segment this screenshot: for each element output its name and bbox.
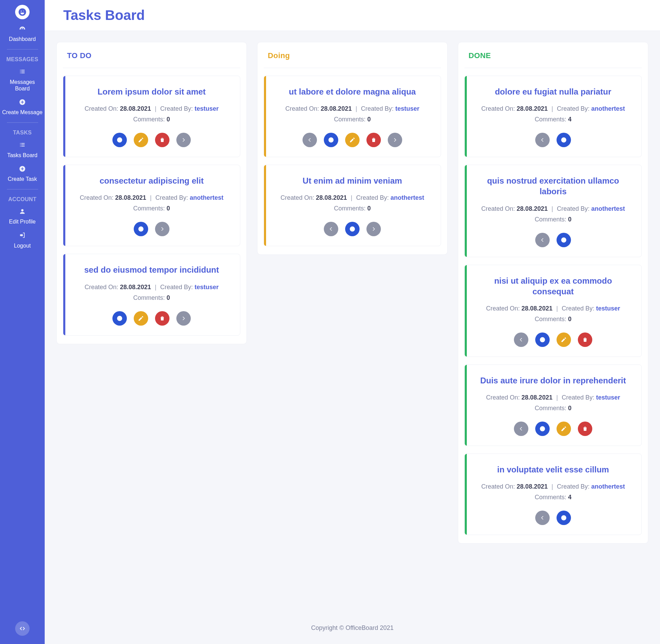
edit-button[interactable] — [134, 311, 148, 326]
sidebar-section-account: ACCOUNT — [8, 196, 36, 203]
app-logo[interactable] — [15, 5, 30, 19]
sidebar-item-dashboard[interactable]: Dashboard — [0, 23, 45, 46]
task-title[interactable]: in voluptate velit esse cillum — [474, 464, 632, 475]
sidebar-section-tasks: TASKS — [13, 130, 32, 136]
created-by-label: Created By: — [562, 394, 596, 401]
created-on-label: Created On: — [280, 194, 316, 201]
task-comments: Comments: 0 — [274, 116, 431, 123]
task-user[interactable]: testuser — [596, 394, 620, 401]
info-button[interactable] — [557, 133, 571, 147]
sidebar-item-create-task[interactable]: Create Task — [0, 163, 45, 186]
move-prev-button[interactable] — [302, 133, 317, 147]
sidebar-item-logout[interactable]: Logout — [0, 229, 45, 253]
sidebar-toggle-button[interactable] — [15, 621, 30, 636]
sidebar-item-tasks-board[interactable]: Tasks Board — [0, 139, 45, 162]
task-title[interactable]: quis nostrud exercitation ullamco labori… — [474, 175, 632, 197]
info-button[interactable] — [112, 133, 127, 147]
move-next-button[interactable] — [155, 222, 169, 236]
task-title[interactable]: Lorem ipsum dolor sit amet — [73, 86, 230, 97]
created-by-label: Created By: — [557, 205, 591, 212]
info-button[interactable] — [134, 222, 148, 236]
move-prev-button[interactable] — [324, 222, 338, 236]
info-button[interactable] — [345, 222, 360, 236]
task-meta: Created On: 28.08.2021 | Created By: tes… — [274, 105, 431, 112]
task-title[interactable]: dolore eu fugiat nulla pariatur — [474, 86, 632, 97]
gauge-icon — [19, 25, 26, 34]
move-prev-button[interactable] — [514, 332, 528, 347]
sidebar-section-messages: MESSAGES — [6, 56, 38, 63]
comments-label: Comments: — [334, 116, 367, 123]
task-user[interactable]: testuser — [195, 284, 219, 291]
task-comments: Comments: 0 — [73, 116, 230, 123]
sidebar-item-messages-board[interactable]: Messages Board — [0, 65, 45, 96]
created-by-label: Created By: — [557, 105, 591, 112]
task-user[interactable]: anothertest — [591, 483, 625, 490]
task-title[interactable]: sed do eiusmod tempor incididunt — [73, 264, 230, 275]
move-next-button[interactable] — [388, 133, 402, 147]
delete-button[interactable] — [155, 133, 169, 147]
laugh-icon — [18, 8, 27, 17]
task-user[interactable]: anothertest — [390, 194, 424, 201]
task-title[interactable]: ut labore et dolore magna aliqua — [274, 86, 431, 97]
trash-icon — [582, 426, 588, 432]
comments-count: 0 — [568, 405, 572, 412]
move-next-button[interactable] — [366, 222, 381, 236]
task-actions — [474, 233, 632, 247]
info-button[interactable] — [324, 133, 338, 147]
delete-button[interactable] — [155, 311, 169, 326]
created-on-label: Created On: — [481, 105, 517, 112]
edit-button[interactable] — [345, 133, 360, 147]
info-button[interactable] — [557, 511, 571, 525]
delete-button[interactable] — [578, 332, 592, 347]
task-title[interactable]: consectetur adipiscing elit — [73, 175, 230, 186]
move-prev-button[interactable] — [535, 233, 550, 247]
task-comments: Comments: 0 — [73, 294, 230, 302]
task-user[interactable]: anothertest — [190, 194, 223, 201]
task-user[interactable]: testuser — [195, 105, 219, 112]
edit-button[interactable] — [557, 332, 571, 347]
list-icon — [19, 68, 26, 76]
move-prev-button[interactable] — [535, 511, 550, 525]
info-button[interactable] — [535, 422, 550, 436]
task-user[interactable]: anothertest — [591, 105, 625, 112]
task-title[interactable]: Ut enim ad minim veniam — [274, 175, 431, 186]
task-title[interactable]: nisi ut aliquip ex ea commodo consequat — [474, 275, 632, 297]
sidebar-item-edit-profile[interactable]: Edit Profile — [0, 205, 45, 229]
delete-button[interactable] — [366, 133, 381, 147]
created-on-label: Created On: — [481, 483, 517, 490]
task-user[interactable]: anothertest — [591, 205, 625, 212]
trash-icon — [159, 315, 165, 321]
comments-count: 0 — [568, 316, 572, 323]
info-button[interactable] — [557, 233, 571, 247]
edit-button[interactable] — [557, 422, 571, 436]
created-on-label: Created On: — [285, 105, 321, 112]
left-icon — [518, 337, 524, 343]
sidebar-item-create-message[interactable]: Create Message — [0, 96, 45, 120]
sidebar-item-label: Create Task — [8, 176, 37, 182]
sidebar-nav: Dashboard MESSAGES Messages Board Create… — [0, 23, 45, 253]
task-actions — [73, 311, 230, 326]
task-actions — [474, 133, 632, 147]
move-next-button[interactable] — [176, 311, 191, 326]
task-title[interactable]: Duis aute irure dolor in reprehenderit — [474, 375, 632, 386]
task-user[interactable]: testuser — [395, 105, 419, 112]
created-by-label: Created By: — [155, 194, 190, 201]
edit-button[interactable] — [134, 133, 148, 147]
task-comments: Comments: 0 — [474, 405, 632, 412]
move-next-button[interactable] — [176, 133, 191, 147]
meta-separator: | — [549, 205, 555, 212]
info-button[interactable] — [535, 332, 550, 347]
task-date: 28.08.2021 — [120, 284, 151, 291]
task-user[interactable]: testuser — [596, 305, 620, 312]
move-prev-button[interactable] — [514, 422, 528, 436]
info-button[interactable] — [112, 311, 127, 326]
task-actions — [274, 222, 431, 236]
left-icon — [328, 226, 334, 232]
nav-divider — [7, 189, 38, 189]
comments-label: Comments: — [535, 116, 568, 123]
meta-separator: | — [148, 194, 154, 201]
right-icon — [159, 226, 165, 232]
delete-button[interactable] — [578, 422, 592, 436]
trash-icon — [371, 137, 377, 143]
move-prev-button[interactable] — [535, 133, 550, 147]
